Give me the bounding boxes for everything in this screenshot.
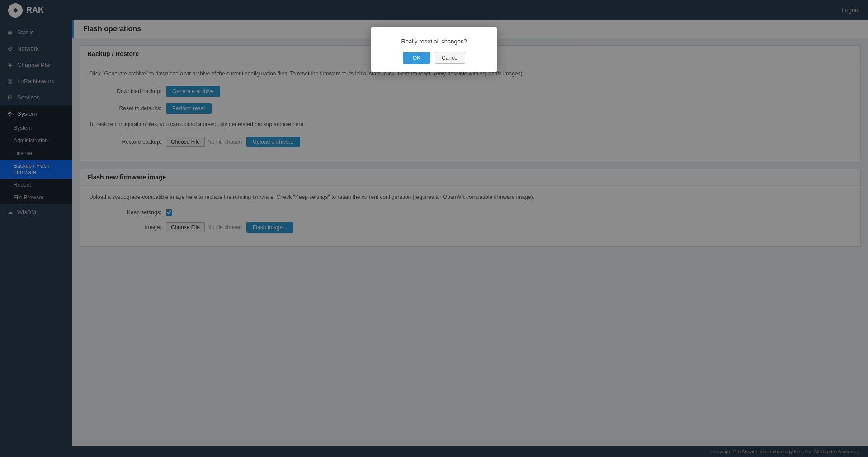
modal-buttons: OK Cancel (403, 52, 466, 64)
modal-title: Really reset all changes? (401, 38, 467, 45)
modal-ok-button[interactable]: OK (403, 52, 430, 64)
modal-overlay: Really reset all changes? OK Cancel (0, 0, 868, 457)
modal-box: Really reset all changes? OK Cancel (371, 27, 497, 72)
modal-cancel-button[interactable]: Cancel (435, 52, 465, 64)
